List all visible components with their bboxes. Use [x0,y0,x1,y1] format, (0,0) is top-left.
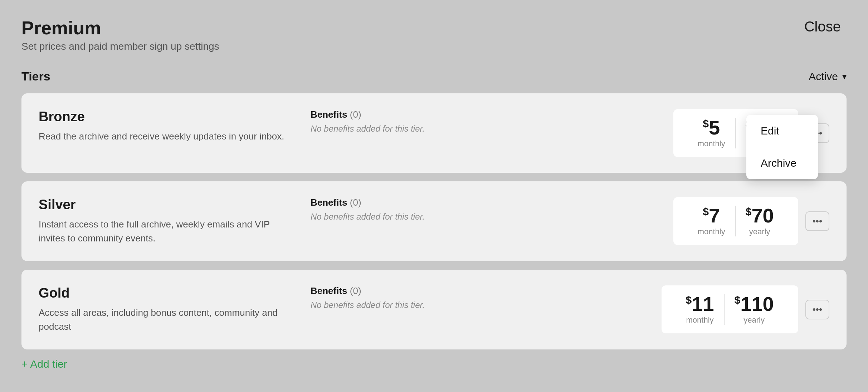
page-container: Premium Set prices and paid member sign … [0,0,868,392]
tier-card-bronze: Bronze Read the archive and receive week… [21,93,847,173]
tier-info-silver: Silver Instant access to the full archiv… [39,197,289,245]
price-monthly-gold: $11 [686,294,714,314]
page-subtitle: Set prices and paid member sign up setti… [21,41,219,52]
active-dropdown-button[interactable]: Active ▾ [809,70,847,83]
currency-monthly-bronze: $ [703,118,709,129]
tier-desc-bronze: Read the archive and receive weekly upda… [39,129,289,143]
price-block-bronze-monthly: $5 monthly [688,118,736,148]
header: Premium Set prices and paid member sign … [21,17,847,52]
active-label: Active [809,70,838,83]
period-monthly-bronze: monthly [698,139,725,148]
price-monthly-bronze: $5 [698,118,725,138]
price-yearly-gold: $110 [735,294,774,314]
tier-desc-gold: Access all areas, including bonus conten… [39,306,289,334]
tier-pricing-wrapper-gold: $11 monthly $110 yearly ••• [662,285,829,333]
tier-menu-button-silver[interactable]: ••• [805,211,829,231]
header-left: Premium Set prices and paid member sign … [21,17,219,52]
tier-info-bronze: Bronze Read the archive and receive week… [39,109,289,143]
chevron-down-icon: ▾ [842,72,847,82]
tier-benefits-bronze: Benefits (0) No benefits added for this … [289,109,673,134]
benefits-empty-silver: No benefits added for this tier. [311,212,652,222]
dropdown-item-edit[interactable]: Edit [746,115,818,147]
benefits-title-bronze: Benefits (0) [311,109,652,120]
benefits-empty-gold: No benefits added for this tier. [311,300,640,310]
tier-card-silver: Silver Instant access to the full archiv… [21,181,847,261]
period-monthly-gold: monthly [686,315,714,325]
tier-benefits-gold: Benefits (0) No benefits added for this … [289,285,662,310]
tier-pricing-wrapper-silver: $7 monthly $70 yearly ••• [673,197,829,245]
period-yearly-silver: yearly [746,227,774,236]
tier-dropdown-menu-bronze: Edit Archive [746,115,818,179]
benefits-title-gold: Benefits (0) [311,285,640,297]
tiers-title: Tiers [21,69,50,83]
tier-name-gold: Gold [39,285,289,301]
price-yearly-silver: $70 [746,206,774,226]
benefits-count-silver: (0) [350,197,361,208]
price-block-silver-monthly: $7 monthly [688,206,736,236]
tier-info-gold: Gold Access all areas, including bonus c… [39,285,289,334]
tiers-section: Tiers Active ▾ Bronze Read the archive a… [21,69,847,370]
tiers-header: Tiers Active ▾ [21,69,847,83]
period-yearly-gold: yearly [735,315,774,325]
currency-yearly-silver: $ [746,206,752,217]
tier-name-bronze: Bronze [39,109,289,124]
dropdown-item-archive[interactable]: Archive [746,147,818,179]
tier-name-silver: Silver [39,197,289,212]
price-block-gold-monthly: $11 monthly [676,294,725,325]
price-block-gold-yearly: $110 yearly [725,294,784,325]
benefits-title-silver: Benefits (0) [311,197,652,208]
tier-card-gold: Gold Access all areas, including bonus c… [21,270,847,349]
benefits-count-bronze: (0) [350,109,361,120]
tier-benefits-silver: Benefits (0) No benefits added for this … [289,197,673,222]
period-monthly-silver: monthly [698,227,725,236]
tier-menu-button-gold[interactable]: ••• [805,300,829,319]
currency-monthly-silver: $ [703,206,709,217]
price-block-silver-yearly: $70 yearly [736,206,784,236]
tier-desc-silver: Instant access to the full archive, week… [39,217,289,245]
currency-yearly-gold: $ [735,294,741,306]
currency-monthly-gold: $ [686,294,692,306]
price-monthly-silver: $7 [698,206,725,226]
close-button[interactable]: Close [799,17,847,36]
tier-pricing-gold: $11 monthly $110 yearly [662,285,798,333]
page-title: Premium [21,17,219,39]
tier-pricing-silver: $7 monthly $70 yearly [673,197,798,245]
benefits-count-gold: (0) [350,285,361,296]
add-tier-button[interactable]: + Add tier [21,358,67,370]
benefits-empty-bronze: No benefits added for this tier. [311,124,652,134]
